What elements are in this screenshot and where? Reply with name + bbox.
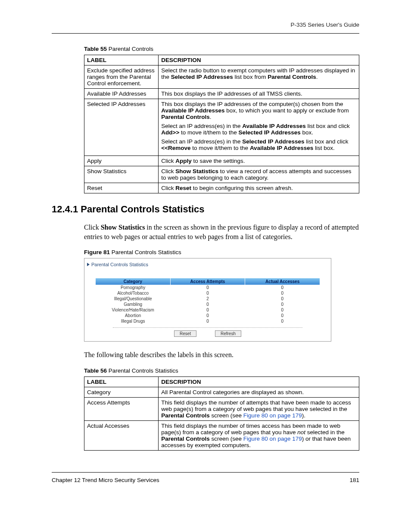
section-heading-12-4-1: 12.4.1 Parental Controls Statistics <box>52 204 359 215</box>
stats-cell: Gambling <box>96 302 170 307</box>
table-cell-description: Click Show Statistics to view a record o… <box>159 166 359 183</box>
stats-cell: 0 <box>245 302 320 307</box>
table-cell-label: Show Statistics <box>84 166 159 183</box>
table-row: Actual AccessesThis field displays the n… <box>84 420 359 450</box>
stats-header-cell: Actual Accesses <box>245 278 320 285</box>
content-block: Table 55 Parental Controls LABEL DESCRIP… <box>84 46 359 193</box>
table-cell-label: Category <box>84 387 159 397</box>
figure81-panel: Parental Controls Statistics CategoryAcc… <box>84 258 331 342</box>
table-row: Available IP AddressesThis box displays … <box>84 89 359 99</box>
stats-cell: 0 <box>245 307 320 313</box>
stats-row: Violence/Hate/Racism00 <box>96 307 320 313</box>
table-cell-label: Reset <box>84 183 159 193</box>
table55-caption: Table 55 Parental Controls <box>84 46 359 52</box>
intro-paragraph: Click Show Statistics in the screen as s… <box>84 223 359 241</box>
stats-header-cell: Category <box>96 278 171 285</box>
table55-caption-title: Parental Controls <box>107 46 153 52</box>
table-cell-label: Exclude specified address ranges from th… <box>84 65 159 89</box>
stats-row: Illegal Drugs00 <box>96 318 320 324</box>
stats-cell: Violence/Hate/Racism <box>96 307 170 313</box>
stats-cell: 0 <box>170 285 245 290</box>
running-header: P-335 Series User's Guide <box>52 22 359 34</box>
table-cell-description: This box displays the IP addresses of th… <box>159 99 359 156</box>
table55-head-desc: DESCRIPTION <box>159 55 359 65</box>
table-cell-description: Click Reset to begin configuring this sc… <box>159 183 359 193</box>
table55: LABEL DESCRIPTION Exclude specified addr… <box>84 55 359 193</box>
refresh-button[interactable]: Refresh <box>215 330 241 337</box>
table-cell-label: Selected IP Addresses <box>84 99 159 156</box>
figure-button-row: Reset Refresh <box>87 330 328 337</box>
table55-head-label: LABEL <box>84 55 159 65</box>
figure81-panel-title-row: Parental Controls Statistics <box>87 262 328 267</box>
stats-cell: 0 <box>245 290 320 296</box>
stats-cell: Pornography <box>96 285 170 290</box>
stats-row: Alcohol/Tobacco00 <box>96 290 320 296</box>
table56-caption-title: Parental Controls Statistics <box>107 367 178 374</box>
table56-caption: Table 56 Parental Controls Statistics <box>84 367 359 374</box>
footer-chapter: Chapter 12 Trend Micro Security Services <box>52 477 159 483</box>
stats-cell: 0 <box>170 307 245 313</box>
table-row: ApplyClick Apply to save the settings. <box>84 156 359 166</box>
table-cell-description: This field displays the number of times … <box>159 420 359 450</box>
cross-reference-link[interactable]: Figure 80 on page 179 <box>243 412 302 419</box>
figure81-caption-number: Figure 81 <box>84 249 110 255</box>
stats-row: Pornography00 <box>96 285 320 290</box>
stats-cell: 0 <box>170 313 245 318</box>
stats-cell: 0 <box>245 313 320 318</box>
table-row: ResetClick Reset to begin configuring th… <box>84 183 359 193</box>
stats-row: Abortion00 <box>96 313 320 318</box>
table-cell-description: This field displays the number of attemp… <box>159 397 359 420</box>
table-cell-label: Access Attempts <box>84 397 159 420</box>
table55-caption-number: Table 55 <box>84 46 107 52</box>
figure81-caption-title: Parental Controls Statistics <box>110 249 181 255</box>
stats-cell: 0 <box>170 302 245 307</box>
table-cell-description: All Parental Control categories are disp… <box>159 387 359 397</box>
stats-cell: 0 <box>170 290 245 296</box>
table-cell-description: This box displays the IP addresses of al… <box>159 89 359 99</box>
table-row: Access AttemptsThis field displays the n… <box>84 397 359 420</box>
stats-header-cell: Access Attempts <box>171 278 246 285</box>
table56-head-desc: DESCRIPTION <box>159 376 359 387</box>
table-cell-description: Select the radio button to exempt comput… <box>159 65 359 89</box>
stats-cell: 0 <box>170 318 245 324</box>
stats-row: Illegal/Questionable20 <box>96 296 320 302</box>
triangle-icon <box>87 263 90 266</box>
table-cell-label: Actual Accesses <box>84 420 159 450</box>
after-figure-paragraph: The following table describes the labels… <box>84 350 359 360</box>
table-row: Show StatisticsClick Show Statistics to … <box>84 166 359 183</box>
figure-divider <box>113 327 302 328</box>
stats-cell: 0 <box>245 318 320 324</box>
footer-page-number: 181 <box>349 477 359 483</box>
reset-button[interactable]: Reset <box>174 330 196 337</box>
table-row: Exclude specified address ranges from th… <box>84 65 359 89</box>
table-cell-description: Click Apply to save the settings. <box>159 156 359 166</box>
stats-cell: Illegal Drugs <box>96 318 170 324</box>
table56-caption-number: Table 56 <box>84 367 107 374</box>
page: P-335 Series User's Guide Table 55 Paren… <box>0 0 411 501</box>
stats-row: Gambling00 <box>96 302 320 307</box>
table-row: Selected IP AddressesThis box displays t… <box>84 99 359 156</box>
table-row: CategoryAll Parental Control categories … <box>84 387 359 397</box>
cross-reference-link[interactable]: Figure 80 on page 179 <box>243 436 302 442</box>
figure81-panel-title: Parental Controls Statistics <box>91 262 148 267</box>
table56-head-label: LABEL <box>84 376 159 387</box>
stats-cell: 0 <box>245 296 320 302</box>
running-footer: Chapter 12 Trend Micro Security Services… <box>52 472 359 483</box>
stats-cell: Abortion <box>96 313 170 318</box>
stats-table: CategoryAccess AttemptsActual Accesses P… <box>87 278 328 324</box>
stats-cell: Alcohol/Tobacco <box>96 290 170 296</box>
table56: LABEL DESCRIPTION CategoryAll Parental C… <box>84 376 359 451</box>
stats-cell: Illegal/Questionable <box>96 296 170 302</box>
stats-cell: 2 <box>170 296 245 302</box>
stats-header-row: CategoryAccess AttemptsActual Accesses <box>96 278 320 285</box>
table-cell-label: Apply <box>84 156 159 166</box>
table-cell-label: Available IP Addresses <box>84 89 159 99</box>
stats-cell: 0 <box>245 285 320 290</box>
figure81-caption: Figure 81 Parental Controls Statistics <box>84 249 359 255</box>
